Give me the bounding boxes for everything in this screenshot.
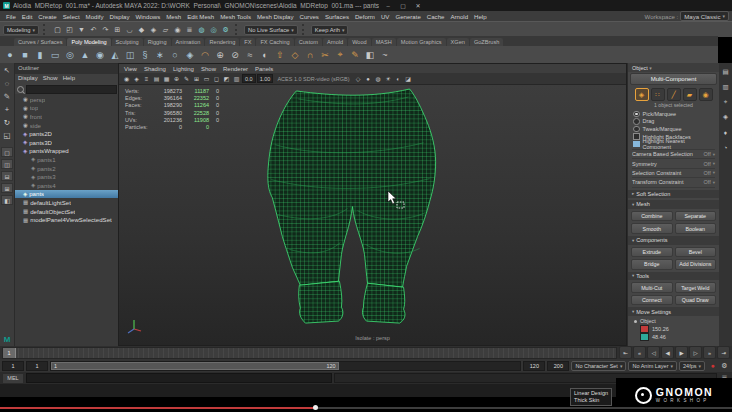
minimize-button[interactable]: – bbox=[382, 3, 394, 9]
move-tool-icon[interactable]: + bbox=[2, 104, 13, 115]
constraint-row[interactable]: Transform Constraint Off bbox=[632, 178, 715, 187]
poly-soccerball-icon[interactable]: ○ bbox=[168, 48, 182, 62]
outliner-item[interactable]: ◈ pants4 bbox=[15, 181, 119, 190]
toolkit-button[interactable]: Add Divisions bbox=[675, 259, 717, 270]
go-to-start-button[interactable]: ⇤ bbox=[619, 346, 632, 359]
shaded-display-icon[interactable]: ● bbox=[364, 74, 373, 83]
keep-dropdown[interactable]: Keep Arih bbox=[311, 25, 349, 35]
target-weld-icon[interactable]: ⌖ bbox=[333, 48, 347, 62]
shelf-tab[interactable]: Arnold bbox=[323, 38, 347, 46]
mirror-icon[interactable]: ◧ bbox=[363, 48, 377, 62]
gate-mask-icon[interactable]: ◩ bbox=[222, 74, 231, 83]
menu-item[interactable]: Arnold bbox=[447, 13, 471, 20]
poly-cube-icon[interactable]: ■ bbox=[18, 48, 32, 62]
outliner-item[interactable]: ◈ pants2 bbox=[15, 164, 119, 173]
shelf-tab[interactable]: XGen bbox=[447, 38, 469, 46]
outliner-item[interactable]: ▦ defaultLightSet bbox=[15, 198, 119, 207]
shelf-tab[interactable]: Rigging bbox=[144, 38, 171, 46]
smooth-icon[interactable]: ≈ bbox=[243, 48, 257, 62]
go-to-end-button[interactable]: ⇥ bbox=[717, 346, 730, 359]
lasso-select-tool-icon[interactable]: ◌ bbox=[2, 78, 13, 89]
edge-mode-icon[interactable]: ╱ bbox=[667, 88, 681, 101]
resolution-gate-icon[interactable]: ◻ bbox=[212, 74, 221, 83]
outliner-item[interactable]: ◈ pants3D bbox=[15, 138, 119, 147]
status-separator[interactable] bbox=[235, 24, 240, 35]
rotate-tool-icon[interactable]: ↻ bbox=[2, 117, 13, 128]
menu-item[interactable]: Mesh Tools bbox=[217, 13, 254, 20]
time-ruler[interactable]: 1 bbox=[2, 347, 617, 359]
outliner-item[interactable]: ▦ modelPanel4ViewSelectedSet bbox=[15, 215, 119, 224]
poly-pipe-icon[interactable]: ◫ bbox=[123, 48, 137, 62]
outliner-item[interactable]: ◈ pants3 bbox=[15, 172, 119, 181]
move-settings-header[interactable]: Move Settings bbox=[628, 307, 719, 316]
toolkit-button[interactable]: Extrude bbox=[631, 247, 673, 258]
toolkit-button[interactable]: Connect bbox=[631, 295, 673, 306]
human-ik-icon[interactable]: ♦ bbox=[721, 127, 731, 137]
select-camera-icon[interactable]: ◉ bbox=[122, 74, 131, 83]
constraint-row[interactable]: Camera Based Selection Off bbox=[632, 150, 715, 159]
color-swatch[interactable] bbox=[640, 325, 649, 333]
open-scene-icon[interactable]: ◰ bbox=[64, 24, 75, 35]
grid-toggle-icon[interactable]: ⊞ bbox=[192, 74, 201, 83]
auto-key-icon[interactable]: ● bbox=[707, 360, 718, 371]
menu-item[interactable]: File bbox=[3, 13, 19, 20]
bridge-icon[interactable]: ∩ bbox=[303, 48, 317, 62]
viewport-menu-item[interactable]: Renderer bbox=[223, 66, 248, 72]
shelf-tab[interactable]: GoZBrush bbox=[470, 38, 504, 46]
command-input[interactable] bbox=[26, 373, 332, 383]
menu-item[interactable]: Curves bbox=[297, 13, 322, 20]
face-mode-icon[interactable]: ▰ bbox=[683, 88, 697, 101]
gamma-field[interactable]: 1.00 bbox=[257, 74, 274, 83]
ipr-render-icon[interactable]: ◎ bbox=[208, 24, 219, 35]
viewport-menu-item[interactable]: View bbox=[124, 66, 137, 72]
range-bar[interactable]: 1 120 bbox=[50, 361, 521, 371]
quad-draw-icon[interactable]: ✎ bbox=[348, 48, 362, 62]
platonic-solid-icon[interactable]: ◈ bbox=[183, 48, 197, 62]
shelf-tab[interactable]: Poly Modeling bbox=[67, 38, 110, 46]
menu-item[interactable]: Edit bbox=[19, 13, 36, 20]
mesh-section-header[interactable]: Mesh bbox=[628, 200, 719, 209]
shelf-tab[interactable]: Rendering bbox=[205, 38, 239, 46]
make-live-icon[interactable]: ◉ bbox=[172, 24, 183, 35]
viewport-canvas[interactable]: Verts: 198273 11187 0 Edges: 396164 2235… bbox=[119, 85, 626, 345]
toolkit-button[interactable]: Target Weld bbox=[675, 282, 717, 293]
chapter-item[interactable]: Linear Design bbox=[574, 390, 608, 397]
curve-tool-icon[interactable]: ~ bbox=[378, 48, 392, 62]
lights-toggle-icon[interactable]: ☀ bbox=[384, 74, 393, 83]
select-tool-icon[interactable]: ↖ bbox=[2, 65, 13, 76]
two-d-pan-zoom-icon[interactable]: ⊕ bbox=[172, 74, 181, 83]
option-toggle-icon[interactable] bbox=[633, 126, 640, 133]
menu-item[interactable]: Display bbox=[107, 13, 133, 20]
shelf-tab[interactable]: FX bbox=[240, 38, 255, 46]
channel-box-icon[interactable]: ▤ bbox=[721, 67, 731, 77]
animation-start-field[interactable]: 1 bbox=[2, 361, 24, 371]
uv-mode-icon[interactable]: ◉ bbox=[699, 88, 713, 101]
snap-point-icon[interactable]: ◆ bbox=[136, 24, 147, 35]
toolkit-button[interactable]: Multi-Cut bbox=[631, 282, 673, 293]
poly-disc-icon[interactable]: ◉ bbox=[93, 48, 107, 62]
step-forward-key-button[interactable]: » bbox=[703, 346, 716, 359]
animation-preferences-icon[interactable]: ⚙ bbox=[719, 360, 730, 371]
undo-icon[interactable]: ↶ bbox=[88, 24, 99, 35]
option-toggle-icon[interactable] bbox=[633, 111, 640, 118]
toolkit-button[interactable]: Quad Draw bbox=[675, 295, 717, 306]
field-chart-icon[interactable]: ▥ bbox=[232, 74, 241, 83]
boolean-icon[interactable]: ◐ bbox=[258, 48, 272, 62]
render-current-frame-icon[interactable]: ◍ bbox=[196, 24, 207, 35]
option-toggle-icon[interactable] bbox=[633, 118, 640, 125]
toolkit-button[interactable]: Bevel bbox=[675, 247, 717, 258]
pants-geometry[interactable] bbox=[268, 89, 436, 323]
render-settings-icon[interactable]: ⚙ bbox=[220, 24, 231, 35]
wireframe-display-icon[interactable]: ◇ bbox=[354, 74, 363, 83]
shadows-toggle-icon[interactable]: ◐ bbox=[394, 74, 403, 83]
step-forward-frame-button[interactable]: ▷ bbox=[689, 346, 702, 359]
shelf-tab[interactable]: Curves / Surfaces bbox=[14, 38, 66, 46]
menu-item[interactable]: Mesh bbox=[163, 13, 184, 20]
layout-single-icon[interactable]: ▢ bbox=[1, 147, 13, 157]
shelf-tab[interactable]: MASH bbox=[372, 38, 396, 46]
save-scene-icon[interactable]: ▼ bbox=[76, 24, 87, 35]
step-back-key-button[interactable]: « bbox=[633, 346, 646, 359]
viewport-menu-item[interactable]: Panels bbox=[255, 66, 273, 72]
viewport-menu-item[interactable]: Show bbox=[201, 66, 216, 72]
outliner-item[interactable]: ◈ pants1 bbox=[15, 155, 119, 164]
